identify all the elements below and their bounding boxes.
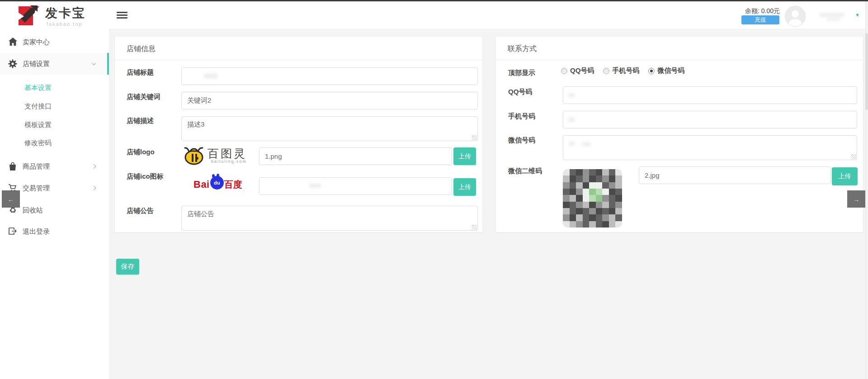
sidebar-subitem-change-password[interactable]: 修改密码 [0, 133, 109, 152]
shop-description-textarea[interactable]: 描述3 [181, 116, 478, 141]
bee-logo-domain: baituling.com [208, 159, 247, 164]
shop-title-label: 店铺标题 [127, 68, 154, 77]
radio-icon[interactable] [561, 68, 567, 74]
collapse-left-arrow-button[interactable]: ← [2, 190, 20, 208]
shop-notice-label: 店铺公告 [127, 207, 154, 215]
phone-number-label: 手机号码 [508, 112, 535, 121]
brand-domain: fakabao.top [47, 21, 83, 27]
shop-keywords-input[interactable] [181, 92, 478, 109]
wechat-qrcode-label: 微信二维码 [508, 167, 542, 175]
baidu-paw-icon: du [210, 176, 224, 190]
shop-notice-textarea[interactable]: 店铺公告 [181, 206, 478, 231]
shop-info-panel: 店铺信息 店铺标题 店铺关键词 店铺描述 描述3 店铺logo 百图灵 [114, 36, 483, 232]
qrcode-upload-button[interactable]: 上传 [832, 167, 858, 185]
divider [115, 60, 482, 60]
top-display-radio-group: QQ号码 手机号码 微信号码 [561, 66, 691, 75]
sidebar-item-label: 退出登录 [23, 227, 50, 236]
radio-option-qq[interactable]: QQ号码 [561, 66, 594, 75]
panel-title: 联系方式 [508, 44, 537, 54]
wechat-number-field [563, 135, 857, 160]
home-icon [8, 38, 17, 47]
divider [496, 60, 863, 60]
censored-value [582, 142, 591, 146]
radio-icon[interactable] [603, 68, 609, 74]
censored-value [204, 74, 217, 78]
scrollbar[interactable] [865, 1, 868, 379]
qq-number-label: QQ号码 [508, 88, 532, 96]
radio-label: 微信号码 [657, 66, 684, 75]
shop-description-field: 描述3 [181, 116, 478, 141]
shop-logo-label: 店铺logo [127, 148, 155, 156]
phone-number-input[interactable] [563, 111, 857, 128]
chevron-down-icon [92, 61, 96, 66]
sidebar-subitem-label: 修改密码 [24, 138, 52, 147]
radio-option-phone[interactable]: 手机号码 [603, 66, 639, 75]
avatar[interactable] [785, 6, 806, 27]
hamburger-menu-icon[interactable] [117, 12, 127, 19]
sidebar-subitem-label: 模板设置 [24, 120, 52, 129]
panel-title: 店铺信息 [127, 44, 156, 54]
scrollbar-thumb[interactable] [865, 33, 868, 110]
wechat-number-label: 微信号码 [508, 136, 535, 145]
censored-value [309, 184, 321, 188]
user-menu-caret-icon[interactable]: ▼ [855, 12, 860, 18]
censored-value [568, 93, 575, 97]
shop-description-label: 店铺描述 [127, 117, 154, 125]
sidebar-item-logout[interactable]: 退出登录 [0, 221, 109, 242]
brand-logo-icon [15, 5, 39, 27]
chevron-right-icon [92, 186, 96, 190]
shop-logo-upload-button[interactable]: 上传 [453, 147, 476, 165]
sidebar-item-label: 回收站 [23, 206, 43, 215]
shop-keywords-label: 店铺关键词 [127, 93, 160, 101]
page: 余额: 0.00元 充值 ▼ 发卡宝 fakabao.top [0, 0, 868, 379]
qrcode-filename-input[interactable] [639, 166, 831, 184]
shop-ico-preview-image: Bai du 百度 [193, 178, 242, 191]
top-display-label: 顶部显示 [508, 69, 535, 77]
shop-logo-preview-image: 百图灵 baituling.com [183, 146, 247, 166]
wechat-qrcode-image [563, 169, 622, 227]
radio-icon[interactable] [648, 68, 655, 74]
sidebar-subitem-payment-api[interactable]: 支付接口 [0, 97, 109, 115]
shop-logo-filename-input[interactable] [259, 147, 452, 165]
sidebar-item-label: 商品管理 [23, 162, 50, 171]
sidebar-item-seller-center[interactable]: 卖家中心 [0, 31, 109, 53]
sidebar-subitem-basic-settings[interactable]: 基本设置 [0, 78, 109, 97]
bag-icon [8, 162, 17, 171]
contact-panel: 联系方式 顶部显示 QQ号码 手机号码 微信号码 QQ号码 手机号码 微信号码 [495, 36, 863, 232]
wechat-number-textarea[interactable] [563, 135, 857, 160]
save-button[interactable]: 保存 [116, 259, 139, 275]
bee-icon [183, 146, 205, 166]
sidebar-item-shop-settings[interactable]: 店铺设置 [0, 53, 109, 75]
username-censored-2 [826, 18, 841, 20]
shop-ico-upload-button[interactable]: 上传 [453, 178, 476, 196]
expand-right-arrow-button[interactable]: → [847, 190, 865, 208]
recharge-button[interactable]: 充值 [741, 15, 779, 24]
shop-ico-filename-input[interactable] [259, 177, 452, 195]
baidu-logo-text-cn: 百度 [224, 179, 242, 191]
chevron-right-icon [92, 164, 96, 169]
header: 余额: 0.00元 充值 ▼ [0, 1, 868, 29]
shop-ico-label: 店铺ico图标 [127, 172, 164, 181]
balance-amount: 0.00元 [761, 7, 780, 14]
qq-number-input[interactable] [563, 86, 857, 104]
person-icon [785, 6, 805, 26]
active-accent-bar [107, 53, 109, 75]
sidebar-item-label: 卖家中心 [23, 38, 50, 47]
sidebar-item-product-management[interactable]: 商品管理 [0, 156, 109, 177]
sidebar-subitem-template-settings[interactable]: 模板设置 [0, 115, 109, 134]
sidebar-subitem-label: 支付接口 [24, 102, 52, 110]
balance-text: 余额: 0.00元 [730, 7, 780, 15]
gear-icon [8, 59, 17, 68]
radio-label: 手机号码 [612, 66, 639, 75]
shop-title-input[interactable] [181, 67, 478, 85]
sidebar-item-label: 店铺设置 [23, 60, 50, 68]
radio-label: QQ号码 [570, 66, 594, 75]
shop-notice-field: 店铺公告 [181, 206, 478, 231]
censored-value [568, 118, 575, 122]
radio-option-wechat[interactable]: 微信号码 [648, 66, 684, 75]
brand-name: 发卡宝 [45, 5, 86, 21]
baidu-logo-text-bai: Bai [193, 179, 210, 190]
balance-label: 余额: [745, 7, 760, 14]
brand[interactable]: 发卡宝 fakabao.top [0, 1, 109, 29]
sidebar-subitem-label: 基本设置 [24, 83, 52, 92]
